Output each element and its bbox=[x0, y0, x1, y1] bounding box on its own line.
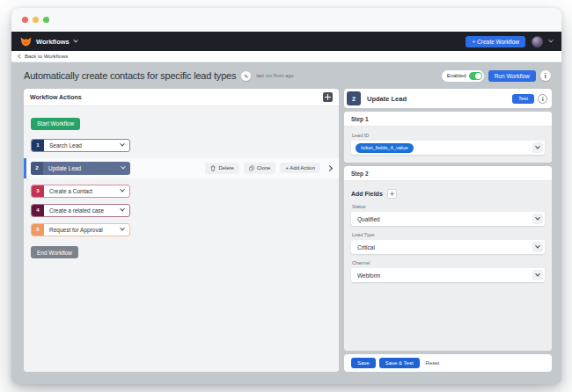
save-button[interactable]: Save bbox=[351, 358, 376, 368]
chevron-down-icon bbox=[120, 207, 125, 212]
clone-icon bbox=[249, 165, 254, 171]
workflow-step-row: 5 Request for Approval bbox=[31, 223, 332, 236]
reset-link[interactable]: Reset bbox=[426, 360, 440, 366]
back-to-workflows-link[interactable]: Back to Workflows bbox=[25, 54, 68, 59]
step-number-badge: 5 bbox=[32, 224, 44, 236]
step-number-badge: 1 bbox=[32, 140, 44, 151]
add-field-button[interactable] bbox=[387, 189, 397, 199]
step-number-badge: 2 bbox=[31, 162, 43, 175]
workflow-step-row: 3 Create a Contact bbox=[31, 185, 332, 198]
breadcrumb: Back to Workflows bbox=[11, 51, 561, 62]
step-1-heading: Step 1 bbox=[344, 112, 552, 127]
status-dropdown[interactable]: Qualified bbox=[351, 212, 545, 226]
minimize-window-button[interactable] bbox=[33, 17, 39, 23]
end-workflow-node: End Workflow bbox=[31, 246, 78, 258]
step-number-badge: 2 bbox=[347, 91, 361, 105]
step-2-dropdown[interactable]: 2 Update Lead bbox=[31, 162, 130, 175]
close-window-button[interactable] bbox=[22, 17, 28, 23]
step-2-card: Step 2 Add Fields Status Qualified bbox=[344, 166, 552, 351]
chevron-down-icon bbox=[120, 187, 125, 192]
workflow-step-row: 1 Search Lead bbox=[31, 139, 332, 152]
chevron-down-icon bbox=[121, 164, 126, 170]
step-3-dropdown[interactable]: 3 Create a Contact bbox=[31, 185, 130, 198]
workflow-step-row-selected: 2 Update Lead Delete bbox=[24, 158, 339, 178]
chevron-left-icon bbox=[18, 54, 23, 59]
test-button[interactable]: Test bbox=[512, 94, 534, 104]
step-detail-footer: Save Save & Test Reset bbox=[344, 354, 552, 372]
enabled-toggle[interactable]: Enabled bbox=[442, 70, 484, 82]
edit-title-button[interactable]: ✎ bbox=[241, 71, 251, 81]
workflow-canvas: Start Workflow 1 Search Lead bbox=[24, 106, 339, 372]
step-1-card: Step 1 Lead ID ticket_fields_4_value bbox=[344, 112, 552, 163]
chevron-down-icon bbox=[120, 226, 125, 231]
step-detail-header: 2 Update Lead Test bbox=[344, 89, 552, 108]
plus-icon bbox=[390, 192, 394, 196]
delete-step-button[interactable]: Delete bbox=[205, 163, 238, 174]
last-run-text: last run 5min ago bbox=[256, 73, 293, 78]
app-window: Workflows + Create Workflow Back to Work… bbox=[11, 8, 561, 384]
page-header: Automatically create contacts for specif… bbox=[11, 62, 561, 89]
step-number-badge: 3 bbox=[32, 185, 44, 197]
plus-icon bbox=[325, 94, 331, 100]
channel-dropdown[interactable]: Webform bbox=[351, 268, 545, 282]
zoom-window-button[interactable] bbox=[43, 17, 49, 23]
freshworks-logo-icon bbox=[20, 37, 32, 47]
step-4-dropdown[interactable]: 4 Create a related case bbox=[31, 204, 130, 217]
run-workflow-button[interactable]: Run Workflow bbox=[488, 70, 536, 82]
info-icon[interactable] bbox=[538, 94, 547, 104]
dropdown-chevron bbox=[532, 142, 543, 153]
lead-id-dropdown[interactable]: ticket_fields_4_value bbox=[351, 141, 545, 155]
add-fields-label: Add Fields bbox=[351, 191, 383, 197]
create-workflow-button[interactable]: + Create Workflow bbox=[466, 36, 525, 47]
step-detail-panel: 2 Update Lead Test Step 1 Lead ID ticket… bbox=[344, 89, 552, 372]
save-and-test-button[interactable]: Save & Test bbox=[379, 358, 420, 368]
top-navbar: Workflows + Create Workflow bbox=[11, 32, 561, 51]
trash-icon bbox=[210, 165, 216, 171]
mac-titlebar bbox=[11, 8, 561, 32]
workflow-actions-panel: Workflow Actions Start Workflow 1 Search… bbox=[24, 89, 339, 372]
workspace: Automatically create contacts for specif… bbox=[11, 62, 561, 384]
chevron-right-icon[interactable] bbox=[326, 164, 333, 171]
toggle-on-icon bbox=[469, 72, 482, 80]
add-action-button[interactable]: + Add Action bbox=[280, 163, 320, 173]
clone-step-button[interactable]: Clone bbox=[244, 163, 276, 174]
product-switcher[interactable]: Workflows bbox=[20, 37, 77, 47]
step-1-dropdown[interactable]: 1 Search Lead bbox=[31, 139, 130, 152]
info-icon[interactable] bbox=[540, 70, 551, 81]
step-number-badge: 4 bbox=[32, 205, 44, 216]
user-avatar[interactable] bbox=[532, 36, 543, 47]
enabled-label: Enabled bbox=[447, 73, 466, 78]
add-step-button[interactable] bbox=[323, 92, 333, 102]
channel-label: Channel bbox=[352, 260, 545, 265]
step-5-dropdown[interactable]: 5 Request for Approval bbox=[31, 223, 130, 236]
workflow-actions-title: Workflow Actions bbox=[30, 94, 82, 100]
dropdown-chevron bbox=[532, 242, 543, 252]
avatar-chevron-down-icon[interactable] bbox=[548, 38, 554, 43]
dropdown-chevron bbox=[532, 214, 543, 224]
page-title: Automatically create contacts for specif… bbox=[24, 70, 236, 81]
lead-type-label: Lead Type bbox=[352, 232, 545, 237]
lead-id-token[interactable]: ticket_fields_4_value bbox=[356, 143, 414, 153]
dropdown-chevron bbox=[532, 270, 543, 280]
chevron-down-icon bbox=[73, 38, 78, 43]
lead-type-dropdown[interactable]: Critical bbox=[351, 240, 545, 254]
workflow-step-row: 4 Create a related case bbox=[31, 204, 332, 217]
start-workflow-node[interactable]: Start Workflow bbox=[31, 118, 80, 130]
lead-id-label: Lead ID bbox=[352, 133, 545, 138]
chevron-down-icon bbox=[120, 142, 125, 147]
step-2-heading: Step 2 bbox=[344, 166, 552, 181]
status-label: Status bbox=[352, 204, 545, 209]
pencil-icon: ✎ bbox=[244, 73, 248, 79]
step-detail-title: Update Lead bbox=[367, 95, 512, 103]
product-name: Workflows bbox=[36, 38, 70, 46]
